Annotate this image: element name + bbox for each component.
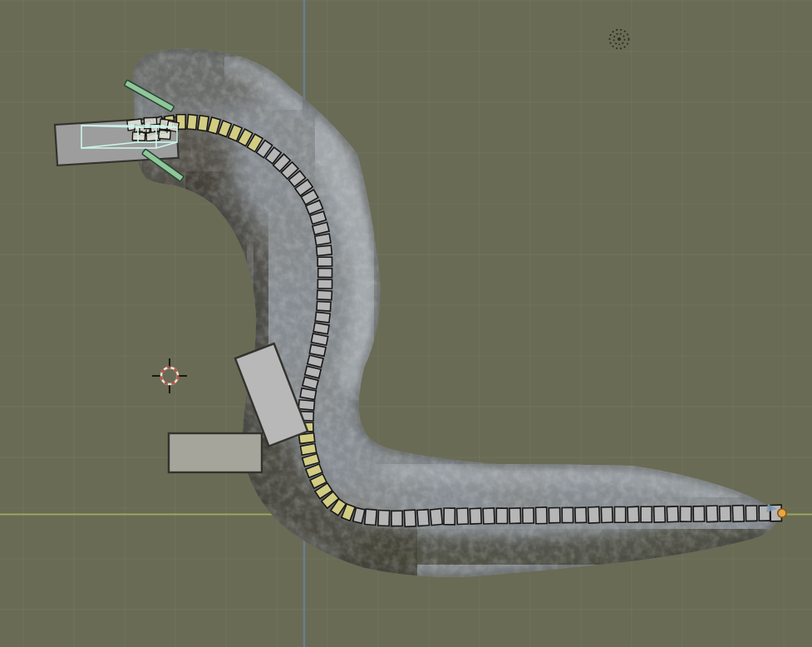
chain-segment[interactable] [746, 506, 757, 521]
chain-segment[interactable] [654, 506, 666, 522]
chain-segment[interactable] [365, 509, 377, 525]
chain-segment[interactable] [667, 506, 678, 522]
plane-object-lower[interactable] [169, 433, 262, 472]
chain-segment[interactable] [315, 234, 331, 245]
chain-segment[interactable] [309, 344, 326, 356]
chain-segment[interactable] [641, 506, 652, 522]
chain-segment[interactable] [317, 301, 331, 311]
chain-segment[interactable] [318, 269, 332, 278]
chain-segment[interactable] [300, 443, 316, 455]
viewport-canvas[interactable] [0, 0, 812, 647]
chain-segment[interactable] [378, 510, 390, 526]
chain-segment[interactable] [483, 508, 495, 524]
blender-3d-viewport[interactable] [0, 0, 812, 647]
chain-segment[interactable] [614, 506, 625, 522]
chain-segment[interactable] [549, 508, 560, 523]
chain-segment[interactable] [732, 506, 744, 522]
chain-segment[interactable] [317, 290, 332, 300]
chain-segment[interactable] [470, 508, 481, 524]
chain-segment[interactable] [693, 506, 704, 522]
curve-endpoint-handle[interactable] [778, 509, 786, 517]
chain-segment[interactable] [535, 507, 547, 524]
chain-segment[interactable] [444, 508, 455, 525]
chain-segment[interactable] [509, 508, 521, 524]
chain-segment[interactable] [562, 507, 573, 522]
chain-segment[interactable] [456, 508, 468, 525]
chain-segment[interactable] [601, 507, 613, 523]
chain-segment[interactable] [706, 506, 718, 522]
chain-segment[interactable] [680, 506, 691, 521]
chain-segment[interactable] [627, 506, 639, 522]
chain-segment[interactable] [523, 508, 534, 523]
chain-segment[interactable] [187, 115, 197, 130]
chain-segment[interactable] [575, 507, 587, 523]
chain-segment[interactable] [313, 323, 329, 334]
chain-segment[interactable] [298, 400, 314, 410]
chain-segment[interactable] [417, 510, 430, 526]
chain-segment[interactable] [317, 279, 332, 289]
chain-segment[interactable] [317, 245, 332, 255]
chain-segment[interactable] [391, 511, 402, 526]
chain-segment[interactable] [588, 506, 599, 523]
chain-segment[interactable] [720, 506, 731, 521]
chain-segment[interactable] [404, 510, 416, 526]
chain-segment[interactable] [300, 388, 316, 400]
chain-segment[interactable] [198, 116, 209, 131]
chain-segment[interactable] [430, 509, 442, 526]
chain-segment[interactable] [315, 312, 330, 323]
chain-segment[interactable] [496, 508, 507, 523]
lamp-center-dot [618, 37, 621, 41]
chain-segment[interactable] [317, 257, 332, 266]
